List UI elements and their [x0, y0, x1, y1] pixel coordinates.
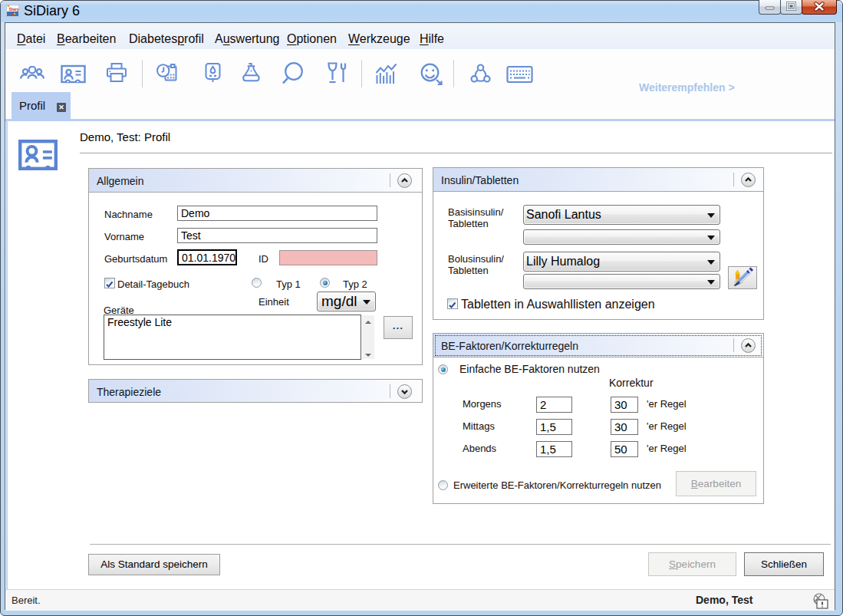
svg-text:Diary: Diary	[9, 7, 19, 12]
